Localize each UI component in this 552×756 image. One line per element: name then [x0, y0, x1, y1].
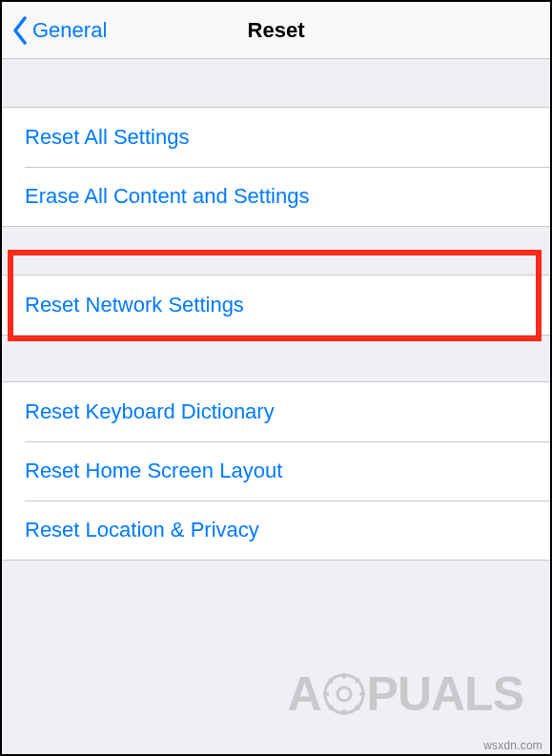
erase-all-content-cell[interactable]: Erase All Content and Settings [2, 167, 550, 226]
reset-keyboard-dictionary-cell[interactable]: Reset Keyboard Dictionary [2, 382, 550, 441]
cell-label: Erase All Content and Settings [25, 184, 309, 209]
back-button[interactable]: General [2, 16, 107, 45]
settings-group-1: Reset All Settings Erase All Content and… [2, 107, 550, 227]
cell-label: Reset Keyboard Dictionary [25, 399, 275, 424]
settings-group-2: Reset Network Settings [2, 275, 550, 336]
svg-point-9 [337, 687, 351, 701]
back-label: General [32, 18, 107, 43]
cell-label: Reset Home Screen Layout [25, 459, 282, 483]
credit-text: wsxdn.com [483, 739, 542, 752]
cell-label: Reset Location & Privacy [25, 518, 259, 542]
reset-network-settings-cell[interactable]: Reset Network Settings [2, 276, 550, 335]
watermark: A PUALS [287, 661, 523, 727]
watermark-prefix: A [287, 666, 320, 722]
gear-icon [323, 673, 365, 715]
navigation-bar: General Reset [2, 2, 550, 59]
reset-location-privacy-cell[interactable]: Reset Location & Privacy [2, 501, 550, 560]
settings-group-3: Reset Keyboard Dictionary Reset Home Scr… [2, 381, 550, 561]
reset-home-screen-layout-cell[interactable]: Reset Home Screen Layout [2, 441, 550, 501]
page-title: Reset [248, 18, 305, 43]
watermark-suffix: PUALS [367, 666, 523, 722]
cell-label: Reset All Settings [25, 125, 189, 150]
cell-label: Reset Network Settings [25, 293, 244, 317]
reset-all-settings-cell[interactable]: Reset All Settings [2, 108, 550, 167]
chevron-left-icon [11, 16, 29, 45]
